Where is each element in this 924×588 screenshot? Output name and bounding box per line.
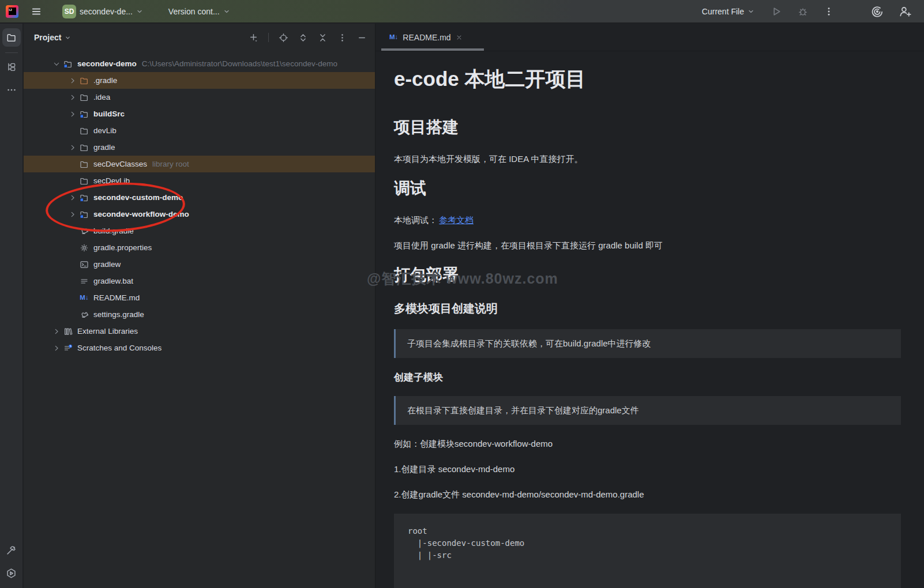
- chevron-right-icon[interactable]: [66, 144, 79, 152]
- tool-structure-button[interactable]: [2, 58, 21, 76]
- markdown-icon: M↓: [79, 295, 89, 301]
- project-folder-icon: [6, 32, 17, 43]
- run-button[interactable]: [771, 6, 782, 17]
- scratches-icon: [63, 344, 73, 353]
- project-avatar: SD: [62, 5, 76, 18]
- tool-window-stripe: [0, 24, 23, 588]
- tree-item--gradle[interactable]: .gradle: [24, 72, 375, 89]
- main-menu-button[interactable]: [28, 4, 45, 19]
- tree-item-build-gradle[interactable]: build.gradle: [24, 223, 375, 239]
- hammer-icon: [6, 545, 17, 556]
- chevron-down-icon[interactable]: [50, 60, 63, 68]
- close-icon[interactable]: [456, 34, 463, 41]
- intellij-logo-icon: IJ: [6, 5, 18, 18]
- md-paragraph: 本地调试：参考文档: [394, 214, 901, 227]
- tree-item-gradle[interactable]: gradle: [24, 139, 375, 156]
- run-configuration-widget[interactable]: Current File: [698, 5, 758, 18]
- chevron-right-icon[interactable]: [66, 194, 79, 202]
- tree-item-label: gradle: [93, 143, 115, 152]
- md-p: 项目使用 gradle 进行构建，在项目根目录下直接运行 gradle buil…: [394, 239, 901, 252]
- tool-build-button[interactable]: [2, 541, 21, 559]
- md-h4: 创建子模块: [394, 371, 901, 385]
- tree-item-scratches-and-consoles[interactable]: Scratches and Consoles: [24, 340, 375, 356]
- tree-item-devlib[interactable]: devLib: [24, 122, 375, 139]
- tree-item-label: devLib: [93, 126, 117, 135]
- chevron-right-icon[interactable]: [66, 110, 79, 118]
- tree-item-label: secondev-demo: [77, 59, 137, 68]
- tree-item-label: .gradle: [93, 76, 117, 85]
- collapse-all-icon[interactable]: [318, 33, 328, 43]
- tab-label: README.md: [403, 33, 450, 42]
- folder-icon: [79, 93, 89, 102]
- tree-item-readme-md[interactable]: M↓README.md: [24, 289, 375, 306]
- tree-item-label: buildSrc: [93, 110, 125, 118]
- chevron-down-icon: [748, 8, 754, 15]
- tool-services-button[interactable]: [2, 564, 21, 582]
- hide-panel-icon[interactable]: [357, 33, 367, 43]
- tool-project-button[interactable]: [2, 28, 21, 47]
- ai-assistant-icon[interactable]: [871, 5, 884, 18]
- debug-button[interactable]: [797, 6, 809, 17]
- tree-item-label: gradlew: [93, 260, 121, 269]
- library-icon: [63, 327, 73, 336]
- stripe-divider: [5, 52, 18, 53]
- tree-item-secdevlib[interactable]: secDevLib: [24, 172, 375, 189]
- md-reference-link[interactable]: 参考文档: [439, 215, 474, 225]
- expand-all-icon[interactable]: [298, 33, 308, 43]
- md-p: 1.创建目录 secondev-md-demo: [394, 463, 901, 476]
- tree-item-settings-gradle[interactable]: settings.gradle: [24, 306, 375, 323]
- locate-file-icon[interactable]: [279, 33, 288, 43]
- tree-item-label: secondev-custom-demo: [93, 193, 183, 202]
- tree-item-secondev-custom-demo[interactable]: secondev-custom-demo: [24, 189, 375, 206]
- chevron-right-icon[interactable]: [66, 93, 79, 101]
- folder-excluded-icon: [79, 76, 89, 85]
- project-widget[interactable]: SD secondev-de...: [59, 2, 147, 21]
- md-h2: 项目搭建: [394, 117, 901, 138]
- tree-item-secondev-workflow-demo[interactable]: secondev-workflow-demo: [24, 206, 375, 223]
- tree-item-gradlew[interactable]: gradlew: [24, 256, 375, 273]
- tree-item-gradlew-bat[interactable]: gradlew.bat: [24, 273, 375, 289]
- toolbar-divider: [268, 33, 269, 42]
- services-icon: [6, 568, 17, 579]
- chevron-right-icon[interactable]: [50, 344, 63, 352]
- markdown-preview: e-code 本地二开项目项目搭建本项目为本地开发模版，可在 IDEA 中直接打…: [375, 51, 924, 588]
- vcs-widget-label: Version cont...: [168, 7, 220, 16]
- md-p: 2.创建gradle文件 secondev-md-demo/secondev-m…: [394, 488, 901, 501]
- panel-options-icon[interactable]: [337, 33, 347, 43]
- md-link-prefix: 本地调试：: [394, 215, 437, 225]
- text-file-icon: [79, 277, 89, 286]
- tree-item-secdevclasses[interactable]: secDevClasseslibrary root: [24, 156, 375, 172]
- module-folder-icon: [79, 193, 89, 202]
- more-tool-windows-button[interactable]: [2, 81, 21, 99]
- chevron-down-icon: [136, 8, 143, 15]
- folder-icon: [79, 160, 89, 169]
- more-dots-icon: [6, 85, 17, 95]
- editor-area: M↓ README.md e-code 本地二开项目项目搭建本项目为本地开发模版…: [375, 24, 924, 588]
- tree-item-label: .idea: [93, 93, 110, 101]
- gradle-icon: [79, 227, 89, 236]
- chevron-right-icon[interactable]: [50, 327, 63, 336]
- md-blockquote: 子项目会集成根目录下的关联依赖，可在build.gradle中进行修改: [394, 329, 901, 358]
- vcs-widget[interactable]: Version cont...: [165, 5, 234, 18]
- md-p: 本项目为本地开发模版，可在 IDEA 中直接打开。: [394, 153, 901, 165]
- tree-item-secondev-demo[interactable]: secondev-demoC:\Users\Administrator\Down…: [24, 55, 375, 72]
- tab-readme[interactable]: M↓ README.md: [381, 24, 471, 51]
- chevron-right-icon[interactable]: [66, 210, 79, 218]
- add-icon[interactable]: [249, 33, 258, 43]
- tree-item-label: settings.gradle: [93, 310, 144, 319]
- hamburger-icon: [31, 6, 42, 17]
- chevron-down-icon: [65, 35, 71, 41]
- chevron-down-icon: [223, 8, 230, 15]
- tree-item-label: gradlew.bat: [93, 277, 133, 285]
- chevron-right-icon[interactable]: [66, 77, 79, 85]
- tree-item-secondary: C:\Users\Administrator\Downloads\test1\s…: [142, 59, 337, 68]
- md-h1: e-code 本地二开项目: [394, 66, 901, 92]
- md-h3: 多模块项目创建说明: [394, 300, 901, 316]
- project-view-selector[interactable]: Project: [34, 33, 71, 42]
- tree-item-external-libraries[interactable]: External Libraries: [24, 323, 375, 340]
- tree-item--idea[interactable]: .idea: [24, 89, 375, 105]
- more-actions-button[interactable]: [824, 6, 834, 17]
- tree-item-gradle-properties[interactable]: gradle.properties: [24, 239, 375, 256]
- add-user-icon[interactable]: [899, 5, 911, 18]
- tree-item-buildsrc[interactable]: buildSrc: [24, 105, 375, 122]
